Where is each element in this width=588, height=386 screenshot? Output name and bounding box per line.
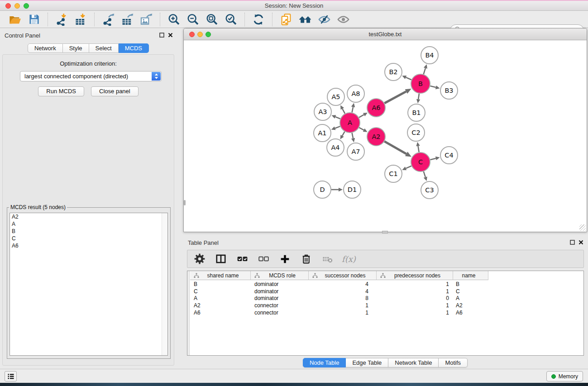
graph-edge-A-A2[interactable] — [359, 128, 363, 130]
export-table-button[interactable] — [119, 12, 135, 27]
graph-edge-A-A3[interactable] — [335, 117, 340, 119]
tab-select[interactable]: Select — [89, 43, 119, 53]
graph-node-D[interactable]: D — [314, 181, 331, 198]
graph-node-C3[interactable]: C3 — [421, 181, 438, 199]
graph-node-C1[interactable]: C1 — [385, 165, 402, 182]
hide-unselected-button[interactable] — [316, 12, 332, 27]
gear-button[interactable] — [193, 252, 206, 266]
graph-edge-A-A8[interactable] — [352, 107, 353, 112]
column-header-name[interactable]: name — [453, 271, 488, 280]
split-columns-button[interactable] — [214, 252, 228, 266]
delete-column-button[interactable] — [299, 252, 313, 266]
graph-node-C2[interactable]: C2 — [407, 124, 425, 141]
graph-node-D1[interactable]: D1 — [344, 181, 361, 198]
column-header-MCDS-role[interactable]: MCDS role — [251, 271, 309, 280]
graph-node-A2[interactable]: A2 — [367, 128, 385, 146]
close-panel-icon[interactable] — [168, 33, 173, 38]
import-network-button[interactable] — [53, 12, 70, 27]
open-file-button[interactable] — [7, 12, 23, 27]
tab-network-table[interactable]: Network Table — [388, 358, 439, 367]
graph-edge-A-A7[interactable] — [352, 133, 353, 138]
graph-node-A4[interactable]: A4 — [327, 139, 344, 156]
tab-network[interactable]: Network — [28, 43, 63, 53]
graph-edge-B-B2[interactable] — [406, 77, 411, 80]
graph-node-C4[interactable]: C4 — [440, 147, 458, 164]
graph-edge-A-A4[interactable] — [342, 132, 344, 136]
table-row[interactable]: Adominator80A — [190, 295, 583, 302]
zoom-fit-button[interactable] — [204, 12, 220, 27]
resize-grip[interactable] — [579, 224, 586, 231]
export-image-button[interactable] — [138, 12, 154, 27]
checkboxes-checked-button[interactable] — [235, 252, 249, 266]
run-mcds-button[interactable]: Run MCDS — [38, 86, 84, 96]
memory-button[interactable]: Memory — [546, 371, 583, 381]
graph-edge-B-B1[interactable] — [418, 94, 419, 100]
tab-style[interactable]: Style — [63, 43, 89, 53]
refresh-view-button[interactable] — [250, 12, 267, 27]
table-row[interactable]: Cdominator41C — [190, 288, 583, 295]
task-history-button[interactable] — [5, 371, 17, 381]
optimization-criterion-select[interactable]: largest connected component (directed) — [20, 71, 162, 81]
zoom-in-button[interactable] — [166, 12, 182, 27]
graph-edge-C-C1[interactable] — [406, 166, 411, 168]
graph-edge-C-C3[interactable] — [424, 172, 425, 177]
save-session-button[interactable] — [26, 12, 42, 27]
graph-node-A8[interactable]: A8 — [347, 85, 364, 102]
export-network-button[interactable] — [100, 12, 116, 27]
float-panel-icon[interactable] — [159, 33, 164, 38]
mcds-result-item[interactable]: A2 — [10, 213, 167, 220]
graph-node-B[interactable]: B — [411, 74, 430, 93]
graph-node-A3[interactable]: A3 — [314, 103, 331, 120]
table-row[interactable]: A6connector11A6 — [190, 309, 583, 316]
add-column-button[interactable] — [278, 252, 292, 266]
graph-node-B4[interactable]: B4 — [421, 47, 438, 64]
graph-node-A1[interactable]: A1 — [314, 124, 331, 142]
column-header-predecessor-nodes[interactable]: predecessor nodes — [377, 271, 453, 280]
zoom-selected-button[interactable] — [223, 12, 239, 27]
table-row[interactable]: A2connector11A2 — [190, 302, 583, 309]
import-table-button[interactable] — [72, 12, 89, 27]
tab-motifs[interactable]: Motifs — [439, 358, 468, 367]
graph-edge-B-B4[interactable] — [424, 68, 425, 74]
home-button[interactable] — [297, 12, 313, 27]
graph-edge-A6-B[interactable] — [384, 91, 406, 103]
mcds-result-item[interactable]: A6 — [10, 242, 167, 249]
float-table-panel-icon[interactable] — [570, 240, 575, 245]
graph-node-A5[interactable]: A5 — [327, 88, 344, 105]
graph-node-B3[interactable]: B3 — [440, 82, 458, 99]
graph-node-B1[interactable]: B1 — [408, 104, 425, 121]
graph-edge-A-A5[interactable] — [342, 109, 345, 113]
graph-edge-A-A6[interactable] — [359, 114, 364, 117]
graph-edge-B-B3[interactable] — [430, 86, 435, 87]
network-canvas[interactable]: B4B2BB3A8A5A6A3B1AA1C2A2A4A7C4CC1C3DD1 — [184, 41, 586, 231]
mcds-result-item[interactable]: A — [10, 220, 167, 228]
checkboxes-unchecked-button[interactable] — [257, 252, 270, 266]
graph-node-C[interactable]: C — [411, 152, 430, 172]
graph-edge-C-C2[interactable] — [418, 146, 419, 152]
tab-edge-table[interactable]: Edge Table — [346, 358, 388, 367]
graph-node-A7[interactable]: A7 — [347, 143, 364, 160]
close-panel-button[interactable]: Close panel — [91, 86, 139, 96]
vertical-scrollbar-thumb[interactable] — [184, 200, 186, 205]
graph-edge-C-C4[interactable] — [430, 158, 435, 160]
graph-edge-A-A1[interactable] — [335, 126, 340, 128]
function-builder-icon[interactable]: f(x) — [342, 254, 356, 264]
graph-edge-A2-C[interactable] — [384, 141, 406, 154]
delete-table-button[interactable] — [320, 252, 334, 266]
table-row[interactable]: Bdominator41B — [190, 281, 583, 288]
zoom-out-button[interactable] — [185, 12, 201, 27]
tab-mcds[interactable]: MCDS — [119, 43, 149, 53]
copy-network-button[interactable] — [278, 12, 294, 27]
close-table-panel-icon[interactable] — [578, 240, 583, 245]
mcds-result-item[interactable]: B — [10, 228, 167, 235]
graph-node-A[interactable]: A — [340, 113, 360, 133]
mcds-list-scrollbar[interactable] — [162, 213, 167, 355]
show-eye-button[interactable] — [335, 12, 351, 27]
graph-node-B2[interactable]: B2 — [385, 63, 402, 81]
column-header-successor-nodes[interactable]: successor nodes — [309, 271, 377, 280]
graph-node-A6[interactable]: A6 — [367, 99, 385, 117]
mcds-result-item[interactable]: C — [10, 235, 167, 242]
horizontal-scrollbar-thumb[interactable] — [382, 231, 388, 234]
tab-node-table[interactable]: Node Table — [303, 358, 346, 367]
column-header-shared-name[interactable]: shared name — [190, 271, 251, 280]
